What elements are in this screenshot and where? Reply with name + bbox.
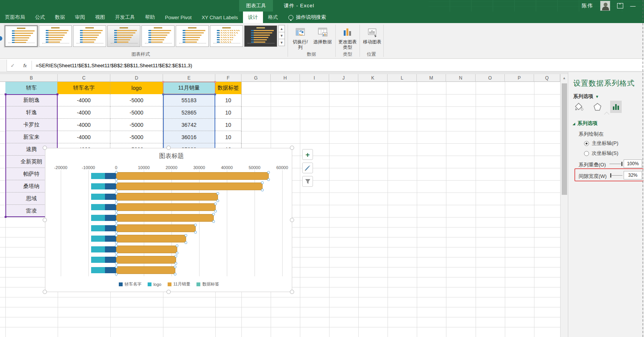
chart-style-thumbnail-4[interactable] [107,25,140,47]
data-point-handle[interactable] [214,203,217,205]
secondary-axis-radio[interactable]: 次坐标轴(S) [584,150,618,157]
column-header-B[interactable]: B [5,74,58,82]
legend-item[interactable]: logo [148,281,161,287]
series-options-dropdown[interactable]: 系列选项▼ [573,93,599,100]
range-handle[interactable] [162,93,164,95]
bar-sales[interactable] [116,256,176,264]
data-point-handle[interactable] [115,203,118,205]
table-cell[interactable]: 36016 [163,131,215,143]
bar-segment-logo[interactable] [91,173,105,179]
table-cell[interactable]: 10 [215,106,241,119]
move-chart-button[interactable]: 移动图表 [362,25,383,45]
user-avatar[interactable] [600,1,610,11]
table-cell[interactable]: -4000 [58,119,110,131]
bar-segment-name[interactable] [105,246,116,252]
gallery-more-button[interactable]: ▼ [278,39,285,46]
slider-handle[interactable] [621,162,622,166]
table-cell[interactable]: 10 [215,119,241,131]
chart-style-thumbnail-6[interactable] [176,25,209,47]
bar-segment-logo[interactable] [91,183,105,189]
table-cell[interactable]: -4000 [58,94,110,106]
data-point-handle[interactable] [115,192,118,195]
bar-sales[interactable] [116,235,186,242]
range-handle[interactable] [214,81,216,83]
column-header-O[interactable]: O [476,74,505,82]
range-handle[interactable] [5,93,7,95]
bar-segment-name[interactable] [105,225,116,231]
data-point-handle[interactable] [115,224,118,226]
column-header-J[interactable]: J [329,74,358,82]
table-cell[interactable]: -5000 [110,131,163,143]
chart-style-thumbnail-1[interactable] [5,25,38,47]
data-point-handle[interactable] [115,171,118,174]
series-options-section-header[interactable]: ◢系列选项 [572,120,597,127]
bar-segment-logo[interactable] [91,204,105,210]
data-point-handle[interactable] [185,241,187,244]
bar-sales[interactable] [116,266,175,274]
bar-segment-name[interactable] [105,183,116,189]
data-point-handle[interactable] [176,244,178,247]
chart-elements-button[interactable]: + [302,149,313,160]
bar-segment-logo[interactable] [91,215,105,221]
table-cell[interactable]: 55183 [163,94,215,106]
table-cell[interactable]: -5000 [110,94,163,106]
table-cell[interactable]: 卡罗拉 [5,119,58,131]
bar-segment-name[interactable] [105,204,116,210]
data-point-handle[interactable] [216,192,219,195]
data-point-handle[interactable] [115,252,118,254]
column-header-C[interactable]: C [58,74,110,82]
change-chart-type-button[interactable]: 更改图表类型 [338,25,358,51]
embedded-chart[interactable]: 图表标题 -20000-1000001000020000300004000050… [45,148,292,292]
table-cell[interactable]: 10 [215,131,241,143]
column-header-F[interactable]: F [215,74,241,82]
legend-item[interactable]: 11月销量 [168,281,190,287]
tab-设计[interactable]: 设计 [243,12,263,23]
column-header-K[interactable]: K [358,74,388,82]
chart-resize-handle[interactable] [166,146,171,150]
tab-XY Chart Labels[interactable]: XY Chart Labels [196,12,243,23]
chart-resize-handle[interactable] [43,146,47,150]
chart-resize-handle[interactable] [290,146,294,150]
table-header-cell[interactable]: logo [110,82,163,94]
data-point-handle[interactable] [115,241,118,244]
chart-style-thumbnail-8[interactable] [244,25,277,47]
data-point-handle[interactable] [261,189,264,191]
column-header-L[interactable]: L [388,74,417,82]
column-header-P[interactable]: P [505,74,534,82]
data-point-handle[interactable] [115,199,118,202]
formula-input[interactable]: =SERIES(Sheet11!$E$1,Sheet11!$B$2:$B$11,… [36,63,192,68]
bar-sales[interactable] [116,172,269,180]
data-point-handle[interactable] [176,252,178,254]
data-point-handle[interactable] [194,224,197,226]
bar-segment-name[interactable] [105,267,116,273]
column-header-M[interactable]: M [417,74,446,82]
switch-row-column-button[interactable]: 切换行/列 [290,25,311,51]
legend-item[interactable]: 轿车名字 [119,281,141,287]
chart-resize-handle[interactable] [43,290,47,294]
chart-style-thumbnail-2[interactable] [39,25,72,47]
enter-check-icon[interactable]: ✓ [7,63,18,68]
gallery-scroll-up-button[interactable]: ▲ [278,25,285,32]
tab-页面布局[interactable]: 页面布局 [0,12,30,23]
scrollbar-thumb[interactable] [562,83,567,195]
bar-sales[interactable] [116,203,216,211]
range-handle[interactable] [214,93,216,95]
data-point-handle[interactable] [185,234,187,237]
chart-resize-handle[interactable] [43,218,47,222]
data-point-handle[interactable] [115,273,118,276]
column-header-Q[interactable]: Q [534,74,560,82]
bar-segment-logo[interactable] [91,246,105,252]
data-point-handle[interactable] [174,273,176,276]
table-cell[interactable]: -4000 [58,106,110,119]
tab-开发工具[interactable]: 开发工具 [110,12,140,23]
data-point-handle[interactable] [115,262,118,265]
column-header-N[interactable]: N [446,74,476,82]
data-point-handle[interactable] [267,171,270,174]
data-point-handle[interactable] [267,178,270,181]
insert-function-icon[interactable]: fx [18,63,32,68]
bar-sales[interactable] [116,224,196,232]
table-cell[interactable]: -4000 [58,131,110,143]
tab-公式[interactable]: 公式 [30,12,50,23]
chart-resize-handle[interactable] [166,290,171,294]
tab-格式[interactable]: 格式 [263,12,283,23]
